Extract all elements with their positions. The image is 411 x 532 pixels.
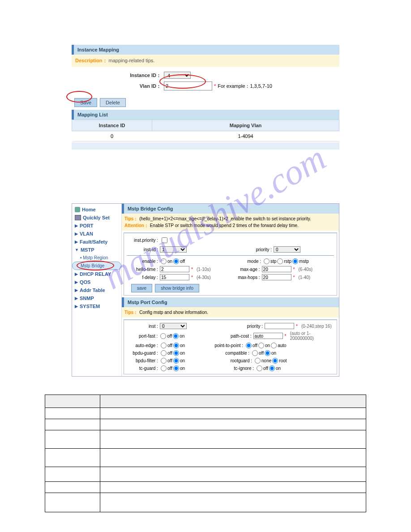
- hello-hint: (1-10s): [197, 267, 211, 272]
- table-cell: [100, 395, 366, 408]
- sidebar-item-snmp[interactable]: ▶SNMP: [72, 294, 121, 302]
- pathcost-input[interactable]: [253, 333, 283, 339]
- sidebar-item-system[interactable]: ▶SYSTEM: [72, 302, 121, 310]
- sidebar-quickly-set[interactable]: Quickly Set: [72, 214, 121, 222]
- bridge-config-box: inst.priority : inst-id : 1 priority : 0…: [124, 232, 337, 296]
- bpdufilter-on-radio[interactable]: [173, 358, 179, 364]
- portfast-label: port-fast :: [127, 334, 159, 339]
- portfast-on-radio[interactable]: [173, 333, 179, 339]
- table-cell: [45, 408, 100, 419]
- radio-label: off: [253, 343, 257, 348]
- save-button[interactable]: save: [131, 284, 152, 292]
- fdelay-input[interactable]: [160, 274, 189, 280]
- col-mapping-vlan: Mapping Vlan: [152, 120, 339, 131]
- delete-button[interactable]: Delete: [100, 98, 126, 107]
- tcignore-on-radio[interactable]: [269, 365, 275, 371]
- tcguard-on-radio[interactable]: [173, 365, 179, 371]
- max-hops-input[interactable]: [262, 274, 291, 280]
- chevron-right-icon: ▶: [75, 223, 78, 228]
- mode-mstp-radio[interactable]: [292, 258, 298, 264]
- autoedge-label: auto-edge :: [127, 343, 160, 348]
- tcignore-off-radio[interactable]: [257, 365, 262, 371]
- table-cell: [100, 408, 366, 419]
- p2p-off-radio[interactable]: [246, 343, 252, 348]
- pathcost-label: path-cost :: [220, 334, 253, 339]
- sidebar-item-mstp[interactable]: ▼MSTP: [72, 246, 121, 254]
- port-config-box: inst : 0 priority : * (0-240,step 16) po…: [124, 319, 337, 374]
- sidebar-item-dhcp[interactable]: ▶DHCP RELAY: [72, 270, 121, 278]
- table-cell: [45, 482, 100, 493]
- p2p-auto-radio[interactable]: [271, 343, 277, 348]
- radio-label: off: [167, 334, 172, 339]
- sidebar-item-qos[interactable]: ▶QOS: [72, 278, 121, 286]
- cell-vlan: 1-4094: [152, 131, 339, 142]
- p2p-on-radio[interactable]: [258, 343, 264, 348]
- instance-id-select[interactable]: 4: [164, 72, 191, 79]
- tcguard-off-radio[interactable]: [161, 365, 167, 371]
- rootguard-root-radio[interactable]: [272, 358, 278, 364]
- sidebar-item-vlan[interactable]: ▶VLAN: [72, 230, 121, 238]
- mode-stp-radio[interactable]: [264, 258, 270, 264]
- hello-time-input[interactable]: [160, 266, 189, 272]
- inst-select[interactable]: 0: [160, 323, 187, 329]
- radio-label: off: [180, 259, 185, 264]
- sidebar: Home Quickly Set ▶PORT ▶VLAN ▶Fault/Safe…: [72, 204, 122, 376]
- bpduguard-on-radio[interactable]: [173, 350, 179, 356]
- radio-label: stp: [270, 259, 276, 264]
- sidebar-item-addr[interactable]: ▶Addr Table: [72, 286, 121, 294]
- table-cell: [100, 467, 366, 482]
- save-button[interactable]: Save: [74, 98, 97, 107]
- radio-label: on: [180, 358, 185, 363]
- compatible-label: compatible :: [218, 351, 251, 356]
- enable-on-radio[interactable]: [161, 258, 167, 264]
- radio-label: on: [167, 259, 172, 264]
- pathcost-hint: (auto or 1-200000000): [290, 331, 334, 341]
- sidebar-sub-label: Mstp Bridge: [81, 263, 104, 268]
- radio-label: off: [167, 366, 172, 371]
- compatible-on-radio[interactable]: [265, 350, 270, 356]
- show-bridge-info-button[interactable]: show bridge info: [155, 284, 199, 292]
- bpduguard-off-radio[interactable]: [161, 350, 167, 356]
- table-cell: [100, 430, 366, 449]
- port-priority-input[interactable]: [265, 323, 294, 329]
- required-mark: *: [293, 267, 295, 272]
- description-text: mapping-related tips.: [109, 58, 155, 63]
- radio-label: on: [276, 366, 281, 371]
- port-tips-bar: Tips： Config mstp and show information.: [122, 307, 339, 317]
- bpdufilter-off-radio[interactable]: [161, 358, 167, 364]
- enable-off-radio[interactable]: [173, 258, 179, 264]
- radio-label: off: [263, 366, 268, 371]
- autoedge-on-radio[interactable]: [173, 343, 179, 348]
- required-mark: *: [293, 275, 295, 280]
- vlan-id-input[interactable]: [164, 82, 212, 90]
- mapping-list-title: Mapping List: [72, 110, 339, 120]
- sidebar-sub-mstp-region[interactable]: • Mstp Region: [72, 254, 121, 262]
- inst-id-select[interactable]: 1: [160, 246, 187, 253]
- inst-priority-checkbox[interactable]: [162, 237, 167, 243]
- max-age-input[interactable]: [262, 266, 291, 272]
- radio-label: mstp: [299, 259, 309, 264]
- enable-label: enable :: [127, 259, 160, 264]
- p2p-label: point-to-point :: [212, 343, 245, 348]
- sidebar-item-label: QOS: [80, 279, 90, 285]
- compatible-off-radio[interactable]: [252, 350, 258, 356]
- sidebar-item-label: VLAN: [80, 231, 93, 236]
- sidebar-item-port[interactable]: ▶PORT: [72, 222, 121, 230]
- chevron-right-icon: ▶: [75, 280, 78, 284]
- rootguard-none-radio[interactable]: [255, 358, 261, 364]
- description-bar: Description： mapping-related tips.: [72, 55, 339, 67]
- table-cell: [100, 449, 366, 467]
- mode-rstp-radio[interactable]: [277, 258, 283, 264]
- sidebar-home-label: Home: [82, 207, 96, 212]
- chevron-down-icon: ▼: [75, 248, 79, 252]
- autoedge-off-radio[interactable]: [161, 343, 167, 348]
- portfast-off-radio[interactable]: [160, 333, 166, 339]
- vlan-hint: For example：1,3,5,7-10: [218, 83, 272, 90]
- sidebar-sub-mstp-bridge[interactable]: Mstp Bridge: [72, 262, 121, 270]
- sidebar-home[interactable]: Home: [72, 206, 121, 214]
- chevron-right-icon: ▶: [75, 272, 78, 276]
- priority-hint: (0-240,step 16): [301, 324, 332, 329]
- sidebar-sub-label: Mstp Region: [83, 255, 108, 260]
- priority-select[interactable]: 0: [274, 246, 300, 253]
- sidebar-item-fault[interactable]: ▶Fault/Safety: [72, 238, 121, 246]
